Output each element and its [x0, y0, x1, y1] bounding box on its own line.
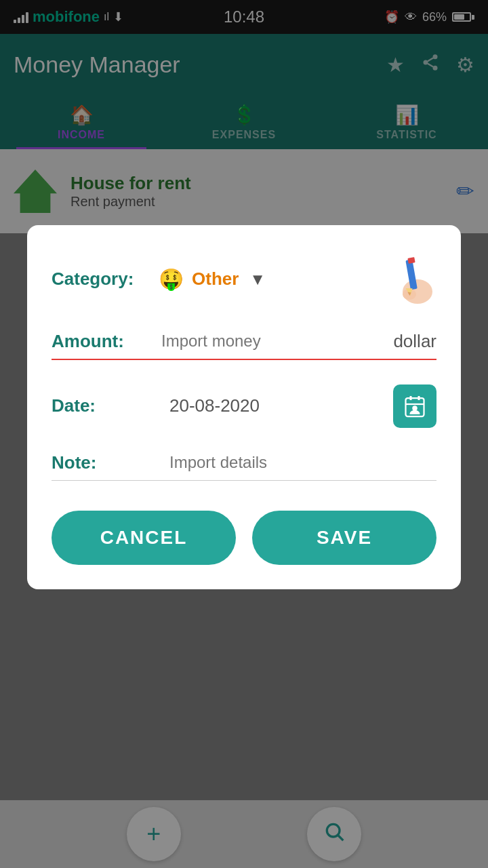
- cancel-button[interactable]: CANCEL: [52, 511, 236, 565]
- category-emoji: 🤑: [159, 267, 184, 291]
- modal-overlay: Category: 🤑 Other ▼ Amount:: [0, 0, 488, 868]
- calendar-icon[interactable]: [393, 384, 436, 428]
- currency-label: dollar: [393, 331, 436, 352]
- dialog: Category: 🤑 Other ▼ Amount:: [27, 225, 461, 589]
- dropdown-arrow-icon[interactable]: ▼: [249, 270, 266, 289]
- note-row: Note:: [52, 452, 436, 481]
- save-button[interactable]: SAVE: [252, 511, 436, 565]
- note-label: Note:: [52, 452, 153, 473]
- amount-input[interactable]: [161, 332, 385, 351]
- category-right: [389, 252, 436, 307]
- note-input[interactable]: [169, 453, 436, 472]
- amount-row: Amount: dollar: [52, 331, 436, 360]
- category-row: Category: 🤑 Other ▼: [52, 252, 436, 307]
- svg-rect-10: [407, 257, 415, 264]
- category-label: Category:: [52, 269, 153, 290]
- category-value: Other: [192, 269, 239, 290]
- dialog-buttons: CANCEL SAVE: [52, 511, 436, 565]
- pencil-hand-icon: [389, 252, 436, 307]
- date-value: 20-08-2020: [169, 395, 260, 416]
- amount-label: Amount:: [52, 331, 153, 352]
- date-row: Date: 20-08-2020: [52, 384, 436, 428]
- date-label: Date:: [52, 395, 153, 416]
- svg-point-15: [412, 406, 418, 411]
